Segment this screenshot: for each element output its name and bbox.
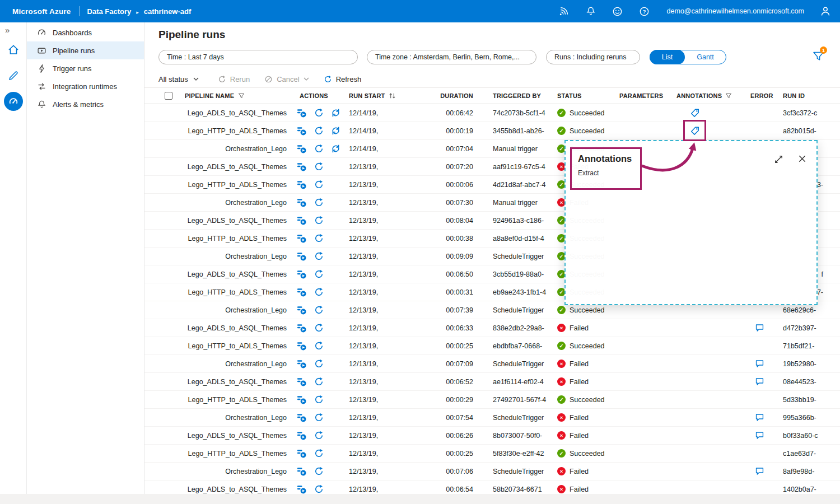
rerun-icon[interactable] bbox=[314, 449, 324, 458]
view-toggle-list[interactable]: List bbox=[650, 50, 685, 64]
pipeline-name-link[interactable]: Lego_ADLS_to_ASQL_Themes bbox=[179, 270, 289, 278]
pipeline-name-link[interactable]: Lego_HTTP_to_ADLS_Themes bbox=[179, 342, 289, 350]
sidebar-item-trigger-runs[interactable]: Trigger runs bbox=[27, 59, 144, 77]
pipeline-name-link[interactable]: Orchestration_Lego bbox=[179, 306, 289, 314]
table-row[interactable]: Lego_HTTP_to_ADLS_Themes12/13/19,00:00:2… bbox=[144, 337, 840, 355]
rerun-icon[interactable] bbox=[314, 395, 324, 404]
pipeline-name-link[interactable]: Orchestration_Lego bbox=[179, 253, 289, 260]
pipeline-name-link[interactable]: Orchestration_Lego bbox=[179, 199, 289, 207]
view-activity-runs-icon[interactable] bbox=[296, 340, 307, 351]
select-all-checkbox[interactable] bbox=[165, 92, 172, 100]
view-activity-runs-icon[interactable] bbox=[296, 394, 307, 405]
pipeline-name-link[interactable]: Lego_ADLS_to_ASQL_Themes bbox=[179, 324, 289, 332]
feedback-smiley-icon[interactable] bbox=[612, 6, 623, 17]
view-activity-runs-icon[interactable] bbox=[296, 179, 307, 190]
pipeline-name-link[interactable]: Lego_ADLS_to_ASQL_Themes bbox=[179, 378, 289, 386]
rerun-icon[interactable] bbox=[314, 341, 324, 351]
error-message-icon[interactable] bbox=[755, 431, 764, 440]
pipeline-name-link[interactable]: Orchestration_Lego bbox=[179, 145, 289, 153]
view-activity-runs-icon[interactable] bbox=[296, 197, 307, 208]
consumption-icon[interactable] bbox=[331, 108, 340, 118]
rail-monitor-button[interactable] bbox=[0, 88, 27, 114]
consumption-icon[interactable] bbox=[331, 144, 340, 153]
pipeline-name-link[interactable]: Lego_ADLS_to_ASQL_Themes bbox=[179, 486, 289, 493]
refresh-button[interactable]: Refresh bbox=[324, 75, 362, 83]
rerun-icon[interactable] bbox=[314, 287, 324, 297]
pipeline-name-link[interactable]: Lego_ADLS_to_ASQL_Themes bbox=[179, 109, 289, 117]
sidebar-item-dashboards[interactable]: Dashboards bbox=[27, 24, 144, 41]
rerun-icon[interactable] bbox=[314, 216, 324, 225]
pipeline-name-link[interactable]: Lego_ADLS_to_ASQL_Themes bbox=[179, 217, 289, 225]
azure-brand[interactable]: Microsoft Azure bbox=[12, 7, 71, 16]
rerun-icon[interactable] bbox=[314, 126, 324, 136]
pipeline-name-link[interactable]: Lego_HTTP_to_ADLS_Themes bbox=[179, 450, 289, 458]
view-activity-runs-icon[interactable] bbox=[296, 233, 307, 244]
rerun-icon[interactable] bbox=[314, 466, 324, 476]
view-activity-runs-icon[interactable] bbox=[296, 161, 307, 172]
annotations-filter-funnel-icon[interactable] bbox=[725, 93, 732, 99]
sidebar-item-integration-runtimes[interactable]: Integration runtimes bbox=[27, 77, 144, 95]
run-start-sort-icon[interactable] bbox=[389, 92, 396, 99]
table-row[interactable]: Lego_HTTP_to_ADLS_Themes12/14/19,00:00:1… bbox=[144, 122, 840, 140]
table-row[interactable]: Lego_ADLS_to_ASQL_Themes12/13/19,00:06:5… bbox=[144, 373, 840, 391]
table-row[interactable]: Orchestration_Lego12/13/19,00:07:54Sched… bbox=[144, 409, 840, 427]
view-activity-runs-icon[interactable] bbox=[296, 448, 307, 459]
account-email[interactable]: demo@cathrinewilhelmsen.onmicrosoft.com bbox=[667, 7, 804, 15]
view-activity-runs-icon[interactable] bbox=[296, 323, 307, 333]
status-filter-dropdown[interactable]: All status bbox=[158, 75, 199, 83]
view-activity-runs-icon[interactable] bbox=[296, 143, 307, 154]
table-row[interactable]: Orchestration_Lego12/13/19,00:07:06Sched… bbox=[144, 463, 840, 480]
pipeline-name-link[interactable]: Lego_ADLS_to_ASQL_Themes bbox=[179, 163, 289, 171]
view-activity-runs-icon[interactable] bbox=[296, 484, 307, 494]
table-row[interactable]: Lego_ADLS_to_ASQL_Themes12/14/19,00:06:4… bbox=[144, 104, 840, 122]
pipeline-name-link[interactable]: Lego_HTTP_to_ADLS_Themes bbox=[179, 127, 289, 135]
popup-expand-icon[interactable] bbox=[774, 155, 783, 164]
signal-icon[interactable] bbox=[558, 6, 570, 17]
timezone-filter-pill[interactable]: Time zone : Amsterdam, Berlin, Bern, Rom… bbox=[367, 50, 536, 64]
pipeline-name-link[interactable]: Orchestration_Lego bbox=[179, 360, 289, 368]
view-activity-runs-icon[interactable] bbox=[296, 358, 307, 369]
rerun-icon[interactable] bbox=[314, 251, 324, 261]
view-toggle-gantt[interactable]: Gantt bbox=[685, 53, 726, 61]
account-avatar-icon[interactable] bbox=[820, 6, 831, 17]
pipeline-name-link[interactable]: Lego_HTTP_to_ADLS_Themes bbox=[179, 235, 289, 242]
rerun-button[interactable]: Rerun bbox=[218, 75, 250, 83]
error-message-icon[interactable] bbox=[755, 466, 764, 476]
rerun-icon[interactable] bbox=[314, 234, 324, 243]
table-row[interactable]: Lego_ADLS_to_ASQL_Themes12/13/19,00:06:2… bbox=[144, 427, 840, 445]
view-activity-runs-icon[interactable] bbox=[296, 125, 307, 136]
rerun-icon[interactable] bbox=[314, 323, 324, 333]
rerun-icon[interactable] bbox=[314, 108, 324, 118]
runs-filter-pill[interactable]: Runs : Including reruns bbox=[546, 50, 640, 64]
rerun-icon[interactable] bbox=[314, 144, 324, 153]
notifications-bell-icon[interactable] bbox=[585, 6, 596, 17]
breadcrumb-instance[interactable]: cathrinew-adf bbox=[144, 7, 192, 16]
rail-author-button[interactable] bbox=[0, 63, 27, 88]
help-icon[interactable]: ? bbox=[639, 6, 650, 17]
consumption-icon[interactable] bbox=[331, 126, 340, 136]
table-row[interactable]: Lego_HTTP_to_ADLS_Themes12/13/19,00:00:2… bbox=[144, 391, 840, 409]
time-filter-pill[interactable]: Time : Last 7 days bbox=[158, 50, 358, 64]
error-message-icon[interactable] bbox=[755, 377, 764, 386]
rerun-icon[interactable] bbox=[314, 198, 324, 207]
rerun-icon[interactable] bbox=[314, 413, 324, 422]
rerun-icon[interactable] bbox=[314, 359, 324, 368]
sidebar-item-alerts-metrics[interactable]: Alerts & metrics bbox=[27, 95, 144, 113]
rerun-icon[interactable] bbox=[314, 162, 324, 171]
rerun-icon[interactable] bbox=[314, 269, 324, 279]
table-row[interactable]: Lego_HTTP_to_ADLS_Themes12/13/19,00:00:2… bbox=[144, 445, 840, 463]
pipeline-name-filter-funnel-icon[interactable] bbox=[238, 93, 245, 99]
sidebar-item-pipeline-runs[interactable]: Pipeline runs bbox=[27, 41, 144, 59]
error-message-icon[interactable] bbox=[755, 413, 764, 422]
popup-close-icon[interactable] bbox=[798, 155, 806, 164]
view-activity-runs-icon[interactable] bbox=[296, 215, 307, 226]
rerun-icon[interactable] bbox=[314, 484, 324, 494]
view-activity-runs-icon[interactable] bbox=[296, 430, 307, 441]
pipeline-name-link[interactable]: Orchestration_Lego bbox=[179, 414, 289, 422]
rerun-icon[interactable] bbox=[314, 180, 324, 189]
pipeline-name-link[interactable]: Lego_HTTP_to_ADLS_Themes bbox=[179, 288, 289, 296]
pipeline-name-link[interactable]: Lego_ADLS_to_ASQL_Themes bbox=[179, 432, 289, 440]
view-activity-runs-icon[interactable] bbox=[296, 412, 307, 423]
view-activity-runs-icon[interactable] bbox=[296, 376, 307, 387]
view-activity-runs-icon[interactable] bbox=[296, 287, 307, 297]
